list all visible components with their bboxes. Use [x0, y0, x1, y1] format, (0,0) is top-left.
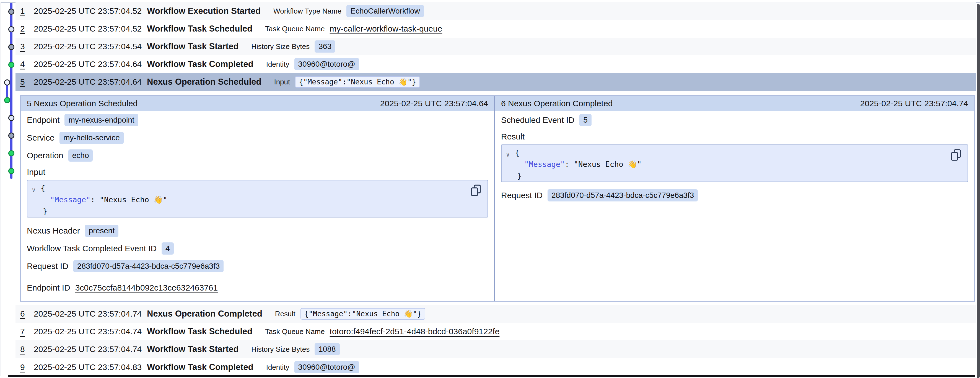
copy-icon — [950, 149, 961, 161]
endpoint-badge: my-nexus-endpoint — [64, 114, 138, 126]
json-viewer-result: ∨ { "Message": "Nexus Echo 👋" } — [501, 144, 968, 182]
field-label: Input — [27, 167, 45, 177]
history-event-row[interactable]: 3 2025-02-25 UTC 23:57:04.54 Workflow Ta… — [16, 38, 976, 55]
panel-header[interactable]: 5 Nexus Operation Scheduled 2025-02-25 U… — [21, 96, 494, 111]
operation-badge: echo — [68, 150, 93, 162]
timeline-event-dot[interactable] — [8, 115, 14, 121]
event-timestamp: 2025-02-25 UTC 23:57:04.52 — [34, 24, 147, 33]
panel-title: 5 Nexus Operation Scheduled — [27, 99, 137, 108]
nexus-header-badge: present — [85, 225, 118, 237]
panel-header[interactable]: 6 Nexus Operation Completed 2025-02-25 U… — [495, 96, 974, 111]
field-label: Nexus Header — [27, 226, 80, 236]
timeline-event-dot[interactable] — [8, 132, 14, 139]
vertical-scrollbar-thumb[interactable] — [977, 4, 980, 378]
event-detail-label: History Size Bytes — [251, 345, 310, 354]
json-open-brace: { — [41, 184, 45, 192]
copy-button[interactable] — [950, 149, 961, 162]
event-id-link[interactable]: 4 — [20, 59, 34, 69]
timeline-event-dot[interactable] — [8, 168, 14, 174]
event-name: Nexus Operation Completed — [147, 309, 262, 319]
history-size-badge: 1088 — [315, 343, 339, 355]
event-name: Workflow Task Completed — [147, 59, 253, 69]
field-label: Endpoint — [27, 115, 59, 125]
request-id-badge: 283fd070-d57a-4423-bdca-c5c779e6a3f3 — [547, 189, 698, 201]
task-queue-link[interactable]: my-caller-workflow-task-queue — [330, 24, 442, 33]
event-id-link[interactable]: 6 — [20, 309, 34, 319]
timeline-event-dot[interactable] — [4, 80, 10, 86]
json-key: "Message" — [524, 160, 565, 169]
field-label: Scheduled Event ID — [501, 115, 574, 125]
timeline-event-dot[interactable] — [8, 9, 14, 15]
event-name: Workflow Task Started — [147, 344, 239, 354]
event-id-link[interactable]: 5 — [20, 77, 34, 87]
history-event-row[interactable]: 6 2025-02-25 UTC 23:57:04.74 Nexus Opera… — [16, 305, 976, 323]
json-value: "Nexus Echo 👋" — [574, 160, 642, 169]
timeline-event-dot[interactable] — [8, 26, 14, 32]
field-label: Workflow Task Completed Event ID — [27, 244, 157, 253]
copy-icon — [470, 184, 481, 196]
event-timestamp: 2025-02-25 UTC 23:57:04.64 — [34, 59, 147, 69]
event-id-link[interactable]: 7 — [20, 327, 34, 336]
history-event-row[interactable]: 9 2025-02-25 UTC 23:57:04.83 Workflow Ta… — [16, 358, 976, 376]
event-detail-label: Identity — [266, 363, 290, 372]
result-json-badge: {"Message":"Nexus Echo 👋"} — [301, 308, 426, 320]
endpoint-id-link[interactable]: 3c0c75ccfa8144b092c13ce632463761 — [75, 283, 218, 292]
event-detail-panel-completed: 6 Nexus Operation Completed 2025-02-25 U… — [495, 96, 974, 301]
event-id-link[interactable]: 8 — [20, 345, 34, 354]
json-separator: : — [565, 160, 574, 169]
event-id-link[interactable]: 9 — [20, 362, 34, 372]
event-id-link[interactable]: 2 — [20, 24, 34, 33]
event-id-link[interactable]: 3 — [20, 42, 34, 51]
history-event-row[interactable]: 1 2025-02-25 UTC 23:57:04.52 Workflow Ex… — [16, 2, 976, 20]
event-id-link[interactable]: 1 — [20, 6, 34, 16]
history-event-row[interactable]: 8 2025-02-25 UTC 23:57:04.74 Workflow Ta… — [16, 340, 976, 358]
collapse-chevron-icon[interactable]: ∨ — [506, 151, 510, 158]
event-detail-label: Task Queue Name — [265, 25, 325, 33]
event-detail-label: History Size Bytes — [251, 42, 310, 51]
event-detail-panel-scheduled: 5 Nexus Operation Scheduled 2025-02-25 U… — [21, 96, 495, 301]
field-label: Request ID — [27, 262, 68, 271]
event-detail-panels: 5 Nexus Operation Scheduled 2025-02-25 U… — [20, 95, 975, 301]
event-name: Workflow Task Scheduled — [147, 327, 252, 337]
event-detail-label: Result — [275, 309, 296, 318]
event-name: Nexus Operation Scheduled — [147, 77, 261, 87]
field-label: Service — [27, 133, 54, 142]
history-event-row-selected[interactable]: 5 2025-02-25 UTC 23:57:04.64 Nexus Opera… — [16, 73, 976, 91]
json-close-brace: } — [43, 207, 47, 215]
field-label: Operation — [27, 151, 64, 160]
event-timestamp: 2025-02-25 UTC 23:57:04.54 — [34, 42, 147, 51]
identity-badge: 30960@totoro@ — [294, 361, 359, 373]
request-id-badge: 283fd070-d57a-4423-bdca-c5c779e6a3f3 — [73, 260, 224, 272]
timeline-event-dot[interactable] — [8, 62, 14, 68]
json-key: "Message" — [50, 195, 91, 204]
history-event-row[interactable]: 2 2025-02-25 UTC 23:57:04.52 Workflow Ta… — [16, 20, 976, 38]
workflow-task-completed-event-id-badge: 4 — [162, 242, 174, 255]
service-badge: my-hello-service — [59, 132, 124, 144]
json-close-brace: } — [517, 172, 522, 180]
bottom-divider-bar — [8, 375, 975, 377]
timeline-event-dot[interactable] — [8, 150, 14, 156]
json-value: "Nexus Echo 👋" — [100, 195, 167, 204]
field-label: Result — [501, 132, 525, 141]
collapse-chevron-icon[interactable]: ∨ — [32, 187, 35, 193]
event-history-timeline — [0, 0, 16, 194]
history-event-row[interactable]: 4 2025-02-25 UTC 23:57:04.64 Workflow Ta… — [16, 55, 976, 73]
input-json-badge: {"Message":"Nexus Echo 👋"} — [295, 76, 420, 88]
history-event-row[interactable]: 7 2025-02-25 UTC 23:57:04.74 Workflow Ta… — [16, 323, 976, 340]
event-detail-label: Workflow Type Name — [274, 7, 341, 16]
event-timestamp: 2025-02-25 UTC 23:57:04.52 — [34, 6, 147, 16]
timeline-event-dot[interactable] — [4, 97, 10, 103]
panel-title: 6 Nexus Operation Completed — [501, 99, 613, 108]
event-timestamp: 2025-02-25 UTC 23:57:04.74 — [34, 309, 147, 319]
event-timestamp: 2025-02-25 UTC 23:57:04.64 — [34, 77, 147, 87]
task-queue-link[interactable]: totoro:f494fecf-2d51-4d48-bdcd-036a0f912… — [330, 327, 500, 336]
workflow-type-name-badge: EchoCallerWorkflow — [347, 5, 424, 17]
panel-timestamp: 2025-02-25 UTC 23:57:04.64 — [380, 99, 488, 108]
scheduled-event-id-badge: 5 — [579, 114, 592, 126]
json-separator: : — [91, 195, 100, 204]
event-detail-label: Identity — [266, 60, 290, 69]
timeline-event-dot[interactable] — [8, 44, 14, 50]
event-name: Workflow Task Completed — [147, 362, 253, 372]
workflow-history-view: 1 2025-02-25 UTC 23:57:04.52 Workflow Ex… — [0, 0, 980, 378]
copy-button[interactable] — [470, 184, 481, 197]
